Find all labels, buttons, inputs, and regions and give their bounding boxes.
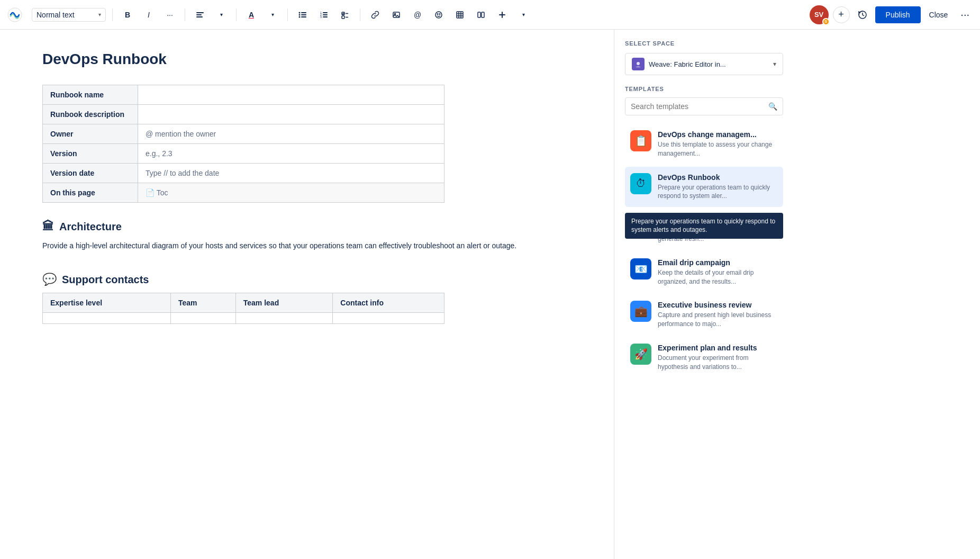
page-title[interactable]: DevOps Runbook xyxy=(42,51,571,68)
table-value-cell[interactable]: 📄 Toc xyxy=(138,183,444,203)
table-label-cell: Runbook name xyxy=(43,85,138,105)
template-desc: Capture and present high level business … xyxy=(658,311,778,329)
svg-rect-11 xyxy=(323,12,328,13)
more-options-button[interactable]: ··· xyxy=(956,6,974,23)
table-value-cell[interactable]: Type // to add the date xyxy=(138,164,444,183)
svg-rect-1 xyxy=(196,12,204,13)
table-label-cell: Version xyxy=(43,144,138,164)
toolbar: Normal text ▾ B I ··· ▾ A ▾ 1.2.3. @ ▾ xyxy=(0,0,980,30)
svg-rect-31 xyxy=(482,12,484,17)
insert-chevron[interactable]: ▾ xyxy=(515,6,532,23)
info-table: Runbook nameRunbook descriptionOwner@ me… xyxy=(42,85,444,203)
svg-point-22 xyxy=(435,12,442,18)
support-table-header: Team xyxy=(170,293,235,313)
template-thumb: ⏱ xyxy=(630,173,651,194)
task-button[interactable] xyxy=(337,6,353,23)
table-label-cell: Version date xyxy=(43,164,138,183)
bullet-list-button[interactable] xyxy=(294,6,311,23)
template-thumb: 📋 xyxy=(630,130,651,151)
app-logo[interactable] xyxy=(6,6,23,23)
text-style-label: Normal text xyxy=(37,11,75,19)
table-value-cell[interactable] xyxy=(138,85,444,105)
svg-point-23 xyxy=(437,13,438,14)
svg-rect-15 xyxy=(323,16,328,17)
templates-label: TEMPLATES xyxy=(625,86,783,92)
more-format-button[interactable]: ··· xyxy=(161,6,178,23)
space-selector[interactable]: Weave: Fabric Editor in... ▾ xyxy=(625,53,783,75)
template-name: DevOps change managem... xyxy=(658,130,778,139)
mention-button[interactable]: @ xyxy=(409,6,426,23)
divider-1 xyxy=(112,8,113,21)
svg-rect-9 xyxy=(301,16,306,17)
template-info: DevOps change managem...Use this templat… xyxy=(658,130,778,158)
avatar[interactable]: SV S xyxy=(810,5,829,24)
sidebar: SELECT SPACE Weave: Fabric Editor in... … xyxy=(614,30,794,559)
template-desc: Keep the details of your email drip orga… xyxy=(658,268,778,286)
columns-button[interactable] xyxy=(473,6,489,23)
svg-rect-30 xyxy=(478,12,480,17)
space-chevron-icon: ▾ xyxy=(773,60,776,68)
template-list-item[interactable]: ⏱DevOps RunbookPrepare your operations t… xyxy=(625,167,783,208)
image-button[interactable] xyxy=(388,6,405,23)
svg-text:3.: 3. xyxy=(320,15,322,19)
table-value-cell[interactable] xyxy=(138,105,444,124)
template-thumb: 🚀 xyxy=(630,344,651,365)
add-collaborator-button[interactable]: + xyxy=(833,6,850,23)
numbered-list-button[interactable]: 1.2.3. xyxy=(315,6,332,23)
support-table: Expertise levelTeamTeam leadContact info xyxy=(42,293,444,324)
template-list-item[interactable]: 💼Executive business reviewCapture and pr… xyxy=(625,294,783,335)
chevron-align-icon[interactable]: ▾ xyxy=(213,6,230,23)
table-button[interactable] xyxy=(451,6,468,23)
support-cell[interactable] xyxy=(235,313,333,324)
link-button[interactable] xyxy=(367,6,384,23)
svg-rect-17 xyxy=(342,16,344,19)
search-input[interactable] xyxy=(631,102,764,111)
support-cell[interactable] xyxy=(170,313,235,324)
template-list-item[interactable]: 🚀Experiment plan and resultsDocument you… xyxy=(625,337,783,378)
insert-button[interactable] xyxy=(494,6,511,23)
svg-point-24 xyxy=(439,13,440,14)
svg-point-36 xyxy=(637,62,640,65)
architecture-heading: 🏛 Architecture xyxy=(42,220,571,233)
template-name: Experiment plan and results xyxy=(658,344,778,352)
support-cell[interactable] xyxy=(43,313,171,324)
text-color-button[interactable]: A xyxy=(243,6,260,23)
support-table-header: Team lead xyxy=(235,293,333,313)
toolbar-right: SV S + Publish Close ··· xyxy=(810,5,974,24)
template-list-item[interactable]: 📋DevOps change managem...Use this templa… xyxy=(625,124,783,165)
emoji-button[interactable] xyxy=(430,6,447,23)
close-button[interactable]: Close xyxy=(925,6,952,23)
select-space-label: SELECT SPACE xyxy=(625,40,783,47)
text-color-chevron[interactable]: ▾ xyxy=(264,6,281,23)
table-label-cell: Owner xyxy=(43,124,138,144)
support-cell[interactable] xyxy=(333,313,444,324)
architecture-icon: 🏛 xyxy=(42,220,54,233)
template-name: Executive business review xyxy=(658,301,778,309)
main-layout: DevOps Runbook Runbook nameRunbook descr… xyxy=(0,30,980,559)
history-button[interactable] xyxy=(854,6,871,23)
architecture-title: Architecture xyxy=(59,221,122,233)
table-value-cell[interactable]: e.g., 2.3 xyxy=(138,144,444,164)
svg-rect-2 xyxy=(196,14,202,15)
support-table-header: Contact info xyxy=(333,293,444,313)
support-heading: 💬 Support contacts xyxy=(42,273,571,286)
align-button[interactable] xyxy=(192,6,208,23)
template-desc: Document your experiment from hypothesis… xyxy=(658,354,778,372)
avatar-badge: S xyxy=(822,18,830,25)
divider-3 xyxy=(236,8,237,21)
template-thumb: 💼 xyxy=(630,301,651,322)
template-info: Email drip campaignKeep the details of y… xyxy=(658,258,778,286)
avatar-initials: SV xyxy=(814,11,823,19)
template-info: DevOps RunbookPrepare your operations te… xyxy=(658,173,778,201)
template-info: Experiment plan and resultsDocument your… xyxy=(658,344,778,372)
text-style-dropdown[interactable]: Normal text ▾ xyxy=(32,8,106,22)
table-value-cell[interactable]: @ mention the owner xyxy=(138,124,444,144)
svg-point-4 xyxy=(299,12,301,13)
template-list-item[interactable]: 📧Email drip campaignKeep the details of … xyxy=(625,252,783,293)
divider-2 xyxy=(185,8,185,21)
bold-button[interactable]: B xyxy=(119,6,136,23)
italic-button[interactable]: I xyxy=(140,6,157,23)
support-contacts-section: 💬 Support contacts Expertise levelTeamTe… xyxy=(42,273,571,324)
search-icon: 🔍 xyxy=(768,102,777,111)
publish-button[interactable]: Publish xyxy=(875,6,921,23)
